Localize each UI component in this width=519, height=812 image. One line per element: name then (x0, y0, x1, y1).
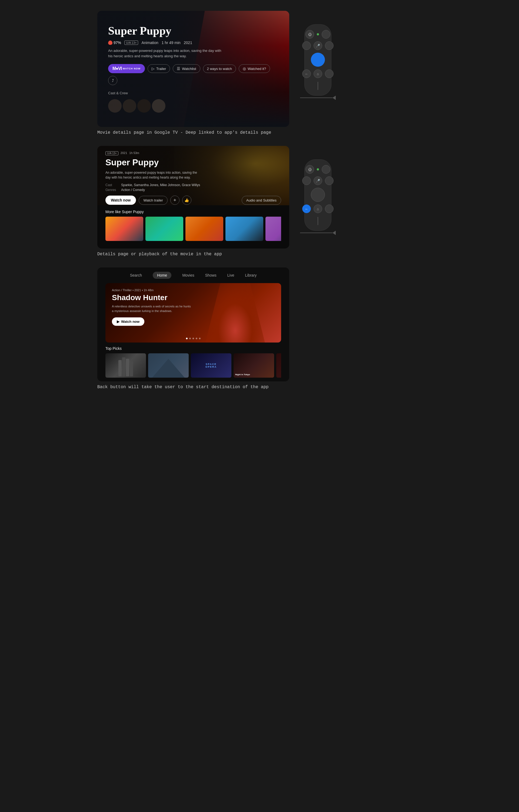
cast-thumb-1 (108, 99, 121, 113)
screen2-year: 2021 (120, 151, 127, 155)
eye-icon: ◎ (243, 66, 246, 71)
year-text: 2021 (184, 40, 192, 45)
pick-2[interactable] (148, 353, 189, 378)
watch-trailer-button[interactable]: Watch trailer (139, 196, 167, 205)
pick-3-inner: SPACEOPERA (191, 353, 231, 378)
thumb-2 (145, 216, 183, 241)
screen3-panel: Search Home Movies Shows Live Library (97, 267, 289, 381)
carousel-dots (186, 338, 200, 339)
movi-sub: WATCH NOW (123, 67, 141, 70)
circle-button-5[interactable] (325, 176, 333, 185)
screen2-desc: An adorable, super-powered puppy leaps i… (105, 170, 203, 180)
dot-5[interactable] (199, 338, 200, 339)
app-nav: Search Home Movies Shows Live Library (97, 267, 289, 283)
watched-it-button[interactable]: ◎ Watched it? (239, 64, 270, 73)
home-icon-2: ⌂ (317, 207, 319, 211)
home-button[interactable]: ⌂ (313, 69, 322, 78)
nav-shows[interactable]: Shows (205, 273, 217, 278)
night-tokyo-label: Night in Tokyo (235, 373, 250, 376)
movi-watch-button[interactable]: M●VI WATCH NOW (108, 64, 145, 73)
genres-row: Genres Action / Comedy (105, 188, 281, 192)
cast-thumb-3 (137, 99, 151, 113)
movi-logo: M●VI (112, 66, 121, 71)
back-button[interactable]: ← (302, 69, 311, 78)
cast-value: Sparkie, Samantha Jones, Mike Johnson, G… (121, 183, 200, 187)
nav-search[interactable]: Search (130, 273, 142, 278)
remote2-mic-row: 🎤 (302, 176, 333, 185)
home-icon: ⌂ (317, 72, 319, 76)
dot-3[interactable] (192, 338, 194, 339)
picks-row: SPACEOPERA Night in Tokyo ON (105, 353, 281, 378)
cast-crew-link[interactable]: Cast & Crew (108, 91, 128, 95)
dot-4[interactable] (196, 338, 197, 339)
thumb-3-inner (186, 216, 223, 241)
pick-4[interactable]: Night in Tokyo (234, 353, 274, 378)
back-button-2[interactable]: ← (302, 204, 311, 213)
circle-button-1[interactable] (322, 30, 330, 39)
add-to-list-button[interactable]: + (170, 196, 180, 205)
status-dot-2 (317, 168, 319, 170)
pick-1-inner (105, 353, 146, 378)
hero-genre: Action / Thriller • 2021 • 1h 48m (112, 289, 275, 292)
sil-3 (126, 359, 129, 376)
hero-carousel-content: Action / Thriller • 2021 • 1h 48m Shadow… (105, 283, 281, 331)
sil-2 (122, 357, 126, 376)
pick-3[interactable]: SPACEOPERA (191, 353, 231, 378)
meta-row: 97% U/A 13+ Animation 1 hr 49 min 2021 (108, 40, 278, 45)
screen2-meta-small: U/A 13+ 2021 1h 53m (105, 151, 281, 155)
score-value: 97% (113, 40, 121, 45)
screen1-panel: Super Puppy 97% U/A 13+ Animation 1 hr 4… (97, 11, 289, 127)
nav-movies[interactable]: Movies (182, 273, 194, 278)
dot-2[interactable] (189, 338, 191, 339)
arrow-connector-2 (300, 231, 336, 235)
dot-1[interactable] (186, 338, 188, 339)
power-button[interactable]: ⏻ (305, 30, 314, 39)
pick-1[interactable] (105, 353, 146, 378)
thumb-2-inner (145, 216, 183, 241)
home-button-2[interactable]: ⌂ (313, 204, 322, 213)
cast-row: Cast Sparkie, Samantha Jones, Mike Johns… (105, 183, 281, 187)
mic-button[interactable]: 🎤 (313, 41, 322, 50)
circle-button-6[interactable] (325, 204, 333, 213)
hero-carousel: Action / Thriller • 2021 • 1h 48m Shadow… (105, 283, 281, 343)
sil-1 (118, 360, 121, 376)
watch-now-button[interactable]: Watch now (105, 196, 136, 205)
hero-watch-now-button[interactable]: ▶ Watch now (112, 317, 144, 326)
unknown-button-1[interactable] (302, 41, 311, 50)
circle-button-2[interactable] (325, 41, 333, 50)
nav-live[interactable]: Live (227, 273, 235, 278)
center-button-inactive[interactable] (311, 188, 325, 202)
center-button-active[interactable] (311, 53, 325, 67)
ways-to-watch-button[interactable]: 2 ways to watch (203, 64, 236, 73)
duration-text: 1 hr 49 min (162, 40, 181, 45)
remote1-top-row: ⏻ (305, 30, 330, 39)
rating-badge: U/A 13+ (124, 40, 138, 45)
section3-row: Search Home Movies Shows Live Library (97, 267, 422, 398)
audio-subtitles-button[interactable]: Audio and Subtitles (242, 196, 281, 205)
share-button[interactable]: ⤴ (108, 76, 117, 85)
genres-value: Action / Comedy (121, 188, 145, 192)
connector-line-down-2 (318, 217, 318, 225)
screen2-rating: U/A 13+ (105, 151, 118, 155)
unknown-button-2[interactable] (302, 176, 311, 185)
section2-row: U/A 13+ 2021 1h 53m Super Puppy An adora… (97, 146, 422, 265)
nav-library[interactable]: Library (245, 273, 257, 278)
remote1-col: ⏻ 🎤 (300, 11, 336, 100)
mountain-shape (152, 359, 185, 378)
watchlist-button[interactable]: ☰ Watchlist (173, 64, 200, 73)
circle-button-4[interactable] (322, 165, 330, 174)
like-button[interactable]: 👍 (182, 196, 191, 205)
pick-5[interactable]: ON (276, 353, 281, 378)
power-button-2[interactable]: ⏻ (305, 165, 314, 174)
movie-title: Super Puppy (108, 24, 278, 37)
plus-icon: + (173, 198, 176, 203)
nav-home[interactable]: Home (153, 272, 171, 279)
screen2-duration: 1h 53m (129, 151, 139, 155)
mic-button-2[interactable]: 🎤 (313, 176, 322, 185)
trailer-button[interactable]: ▷ Trailer (147, 64, 170, 73)
thumbnails-row: F (105, 216, 281, 241)
circle-button-3[interactable] (325, 69, 333, 78)
action-buttons: M●VI WATCH NOW ▷ Trailer ☰ W (108, 64, 278, 85)
screen1-col: Super Puppy 97% U/A 13+ Animation 1 hr 4… (97, 11, 289, 143)
play-icon-hero: ▶ (117, 320, 119, 324)
